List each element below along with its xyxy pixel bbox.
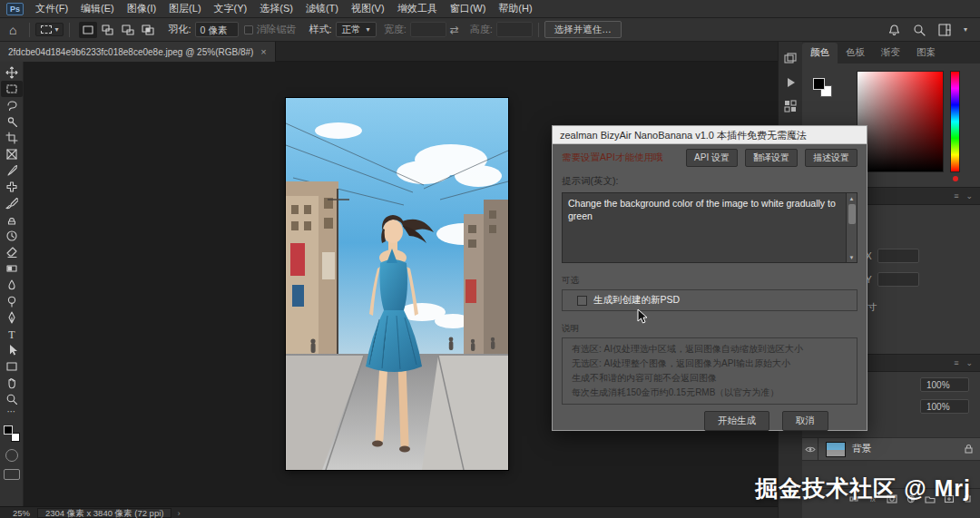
clone-stamp-icon (5, 213, 18, 226)
translate-settings-button[interactable]: 翻译设置 (745, 149, 798, 167)
menu-select[interactable]: 选择(S) (253, 0, 299, 17)
intersect-selection-button[interactable] (139, 22, 157, 38)
note-line: 每次生成消耗150金币约0.15元RMB（以官方为准） (572, 386, 848, 400)
screen-mode-button[interactable] (4, 469, 20, 480)
tool-rectangle-shape[interactable] (1, 358, 23, 375)
menu-plugins[interactable]: 增效工具 (391, 0, 444, 17)
edit-toolbar-button[interactable]: ⋯ (7, 407, 16, 420)
add-selection-button[interactable] (99, 22, 117, 38)
tool-hand[interactable] (1, 375, 23, 391)
foreground-color-swatch[interactable] (813, 78, 825, 90)
cancel-button[interactable]: 取消 (782, 411, 828, 431)
move-icon (5, 66, 18, 79)
chevron-down-icon[interactable]: ▾ (964, 25, 967, 34)
close-tab-icon[interactable]: × (260, 46, 266, 57)
menu-view[interactable]: 视图(V) (345, 0, 391, 17)
describe-settings-button[interactable]: 描述设置 (805, 149, 858, 167)
new-psd-checkbox[interactable] (577, 296, 587, 306)
swatches-icon[interactable] (784, 100, 797, 112)
tab-swatches[interactable]: 色板 (838, 43, 873, 64)
foreground-color-swatch[interactable] (4, 425, 13, 435)
opacity-field[interactable]: 100% (920, 377, 969, 392)
menu-edit[interactable]: 编辑(E) (74, 0, 121, 17)
quick-mask-button[interactable] (5, 449, 18, 462)
layer-visibility-toggle[interactable] (802, 437, 818, 461)
tool-eyedropper[interactable] (1, 162, 23, 179)
tab-patterns[interactable]: 图案 (908, 43, 944, 64)
tool-blur[interactable] (1, 277, 23, 293)
tool-eraser[interactable] (1, 244, 23, 260)
tool-path-selection[interactable] (1, 342, 23, 358)
status-chevron-icon[interactable]: › (172, 508, 185, 518)
menu-help[interactable]: 帮助(H) (492, 0, 538, 17)
prompt-textarea[interactable]: Change the background color of the image… (562, 192, 858, 263)
search-icon[interactable] (913, 24, 926, 36)
select-and-mask-button[interactable]: 选择并遮住… (544, 21, 622, 38)
foreground-background-swatches[interactable] (4, 425, 20, 442)
start-generate-button[interactable]: 开始生成 (704, 411, 769, 431)
app-logo-icon[interactable]: Ps (6, 3, 24, 15)
tool-rectangular-marquee[interactable] (1, 81, 23, 97)
options-bar: ⌂ ▾ 羽化: 0 像素 消除锯齿 样式: (0, 18, 980, 42)
zoom-level[interactable]: 25% (0, 508, 37, 518)
tool-zoom[interactable] (1, 391, 23, 407)
document-image[interactable] (286, 98, 508, 470)
y-value-field[interactable] (877, 272, 919, 287)
menu-layer[interactable]: 图层(L) (162, 0, 207, 17)
home-icon[interactable]: ⌂ (0, 23, 24, 37)
watermark-text: 掘金技术社区 @ Mrj (755, 474, 971, 503)
scrollbar-thumb[interactable] (848, 204, 856, 224)
menu-window[interactable]: 窗口(W) (444, 0, 493, 17)
tool-pen[interactable] (1, 309, 23, 326)
feather-input[interactable]: 0 像素 (195, 22, 239, 37)
menu-filter[interactable]: 滤镜(T) (299, 0, 345, 17)
tool-lasso[interactable] (1, 97, 23, 113)
tab-color[interactable]: 颜色 (802, 43, 838, 64)
hue-slider[interactable] (950, 71, 960, 172)
document-tab[interactable]: 2fdcbe04d184e9b6233fc018e8ce0e8e.jpeg @ … (0, 42, 276, 62)
dialog-title[interactable]: zealman BizyAir NanoBanana v1.0 本插件免费无需魔… (553, 126, 867, 144)
new-psd-option-row[interactable]: 生成到创建的新PSD (562, 289, 858, 311)
tool-move[interactable] (1, 64, 23, 81)
saturation-brightness-field[interactable] (857, 71, 944, 172)
bell-icon[interactable] (888, 24, 900, 36)
tool-clone-stamp[interactable] (1, 211, 23, 228)
fill-field[interactable]: 100% (920, 399, 969, 414)
menu-image[interactable]: 图像(I) (121, 0, 162, 17)
menu-type[interactable]: 文字(Y) (208, 0, 254, 17)
tool-crop[interactable] (1, 130, 23, 146)
tool-type[interactable]: T (1, 326, 23, 342)
layer-row-background[interactable]: 背景 (802, 437, 980, 461)
tool-spot-healing[interactable] (1, 179, 23, 195)
scroll-down-icon[interactable]: ▼ (847, 252, 857, 262)
path-selection-icon (5, 344, 18, 357)
height-input[interactable] (496, 22, 533, 37)
tool-quick-selection[interactable] (1, 113, 23, 130)
panels-icon[interactable] (784, 53, 797, 65)
actions-icon[interactable] (784, 76, 797, 89)
chevron-down-icon: ▾ (367, 25, 370, 34)
new-selection-button[interactable] (79, 22, 97, 38)
dodge-icon (5, 295, 18, 308)
x-value-field[interactable] (877, 249, 919, 263)
subtract-selection-button[interactable] (119, 22, 137, 38)
tool-brush[interactable] (1, 195, 23, 211)
tool-preset-picker[interactable]: ▾ (35, 23, 64, 36)
textarea-scrollbar[interactable]: ▲ ▼ (846, 193, 857, 262)
tab-gradients[interactable]: 渐变 (873, 43, 908, 64)
tool-dodge[interactable] (1, 293, 23, 309)
api-settings-button[interactable]: API 设置 (686, 149, 738, 167)
prompt-text[interactable]: Change the background color of the image… (563, 193, 846, 262)
anti-alias-toggle[interactable]: 消除锯齿 (244, 23, 297, 36)
workspace-layout-icon[interactable] (938, 24, 951, 36)
tool-frame[interactable] (1, 146, 23, 162)
menu-file[interactable]: 文件(F) (29, 0, 74, 17)
gradient-icon (5, 262, 18, 275)
scroll-up-icon[interactable]: ▲ (847, 193, 857, 203)
width-input[interactable] (410, 22, 446, 37)
layer-thumbnail[interactable] (826, 442, 846, 457)
tool-gradient[interactable] (1, 260, 23, 277)
style-select[interactable]: 正常 ▾ (336, 22, 377, 37)
tool-history-brush[interactable] (1, 228, 23, 244)
swap-dimensions-icon[interactable]: ⇄ (450, 24, 459, 36)
